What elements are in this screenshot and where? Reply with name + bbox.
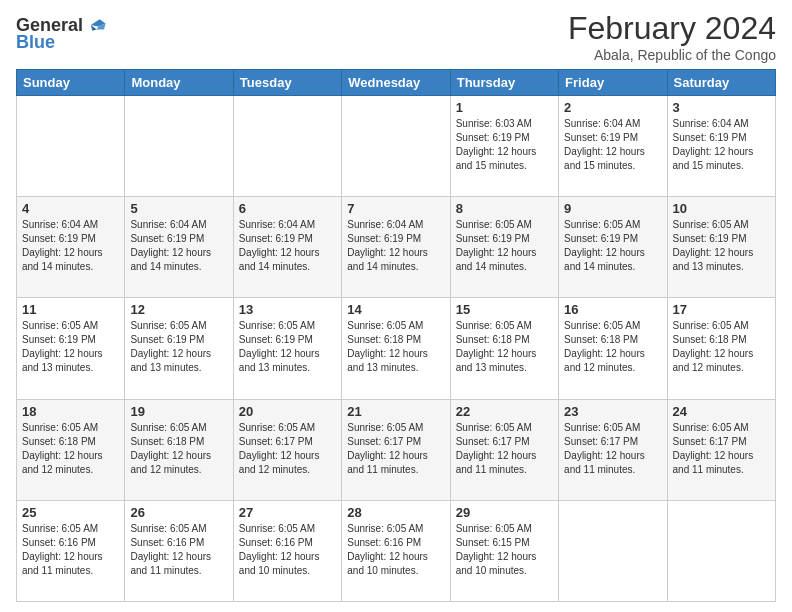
day-number: 26 [130, 505, 227, 520]
table-row: 2Sunrise: 6:04 AM Sunset: 6:19 PM Daylig… [559, 96, 667, 197]
day-number: 25 [22, 505, 119, 520]
table-row: 4Sunrise: 6:04 AM Sunset: 6:19 PM Daylig… [17, 197, 125, 298]
day-info: Sunrise: 6:05 AM Sunset: 6:17 PM Dayligh… [239, 421, 336, 477]
logo-bird-icon [85, 14, 107, 36]
day-info: Sunrise: 6:05 AM Sunset: 6:17 PM Dayligh… [347, 421, 444, 477]
table-row [125, 96, 233, 197]
day-info: Sunrise: 6:05 AM Sunset: 6:16 PM Dayligh… [130, 522, 227, 578]
day-info: Sunrise: 6:04 AM Sunset: 6:19 PM Dayligh… [22, 218, 119, 274]
day-number: 1 [456, 100, 553, 115]
day-info: Sunrise: 6:05 AM Sunset: 6:18 PM Dayligh… [564, 319, 661, 375]
day-number: 27 [239, 505, 336, 520]
table-row: 20Sunrise: 6:05 AM Sunset: 6:17 PM Dayli… [233, 399, 341, 500]
day-info: Sunrise: 6:05 AM Sunset: 6:19 PM Dayligh… [456, 218, 553, 274]
day-number: 11 [22, 302, 119, 317]
day-number: 12 [130, 302, 227, 317]
table-row: 1Sunrise: 6:03 AM Sunset: 6:19 PM Daylig… [450, 96, 558, 197]
calendar-table: Sunday Monday Tuesday Wednesday Thursday… [16, 69, 776, 602]
table-row: 24Sunrise: 6:05 AM Sunset: 6:17 PM Dayli… [667, 399, 775, 500]
calendar-week-row: 18Sunrise: 6:05 AM Sunset: 6:18 PM Dayli… [17, 399, 776, 500]
day-info: Sunrise: 6:05 AM Sunset: 6:15 PM Dayligh… [456, 522, 553, 578]
table-row: 26Sunrise: 6:05 AM Sunset: 6:16 PM Dayli… [125, 500, 233, 601]
day-info: Sunrise: 6:05 AM Sunset: 6:17 PM Dayligh… [673, 421, 770, 477]
day-number: 22 [456, 404, 553, 419]
table-row: 23Sunrise: 6:05 AM Sunset: 6:17 PM Dayli… [559, 399, 667, 500]
day-info: Sunrise: 6:05 AM Sunset: 6:17 PM Dayligh… [456, 421, 553, 477]
col-monday: Monday [125, 70, 233, 96]
day-info: Sunrise: 6:05 AM Sunset: 6:19 PM Dayligh… [130, 319, 227, 375]
day-number: 7 [347, 201, 444, 216]
col-saturday: Saturday [667, 70, 775, 96]
calendar-week-row: 25Sunrise: 6:05 AM Sunset: 6:16 PM Dayli… [17, 500, 776, 601]
day-info: Sunrise: 6:05 AM Sunset: 6:18 PM Dayligh… [130, 421, 227, 477]
day-number: 14 [347, 302, 444, 317]
table-row: 16Sunrise: 6:05 AM Sunset: 6:18 PM Dayli… [559, 298, 667, 399]
day-info: Sunrise: 6:05 AM Sunset: 6:19 PM Dayligh… [564, 218, 661, 274]
table-row: 29Sunrise: 6:05 AM Sunset: 6:15 PM Dayli… [450, 500, 558, 601]
table-row: 11Sunrise: 6:05 AM Sunset: 6:19 PM Dayli… [17, 298, 125, 399]
title-block: February 2024 Abala, Republic of the Con… [568, 10, 776, 63]
day-number: 4 [22, 201, 119, 216]
title-location: Abala, Republic of the Congo [568, 47, 776, 63]
col-wednesday: Wednesday [342, 70, 450, 96]
calendar-week-row: 1Sunrise: 6:03 AM Sunset: 6:19 PM Daylig… [17, 96, 776, 197]
calendar-header-row: Sunday Monday Tuesday Wednesday Thursday… [17, 70, 776, 96]
day-info: Sunrise: 6:05 AM Sunset: 6:19 PM Dayligh… [22, 319, 119, 375]
logo: General Blue [16, 14, 107, 53]
calendar-week-row: 4Sunrise: 6:04 AM Sunset: 6:19 PM Daylig… [17, 197, 776, 298]
col-friday: Friday [559, 70, 667, 96]
day-number: 20 [239, 404, 336, 419]
day-info: Sunrise: 6:05 AM Sunset: 6:16 PM Dayligh… [22, 522, 119, 578]
col-thursday: Thursday [450, 70, 558, 96]
title-month: February 2024 [568, 10, 776, 47]
day-info: Sunrise: 6:05 AM Sunset: 6:18 PM Dayligh… [456, 319, 553, 375]
day-number: 19 [130, 404, 227, 419]
day-number: 6 [239, 201, 336, 216]
page: General Blue February 2024 Abala, Republ… [0, 0, 792, 612]
table-row: 19Sunrise: 6:05 AM Sunset: 6:18 PM Dayli… [125, 399, 233, 500]
day-number: 5 [130, 201, 227, 216]
table-row: 15Sunrise: 6:05 AM Sunset: 6:18 PM Dayli… [450, 298, 558, 399]
table-row: 5Sunrise: 6:04 AM Sunset: 6:19 PM Daylig… [125, 197, 233, 298]
table-row: 18Sunrise: 6:05 AM Sunset: 6:18 PM Dayli… [17, 399, 125, 500]
col-sunday: Sunday [17, 70, 125, 96]
table-row: 25Sunrise: 6:05 AM Sunset: 6:16 PM Dayli… [17, 500, 125, 601]
day-info: Sunrise: 6:05 AM Sunset: 6:18 PM Dayligh… [673, 319, 770, 375]
day-number: 18 [22, 404, 119, 419]
table-row [667, 500, 775, 601]
table-row: 28Sunrise: 6:05 AM Sunset: 6:16 PM Dayli… [342, 500, 450, 601]
table-row: 3Sunrise: 6:04 AM Sunset: 6:19 PM Daylig… [667, 96, 775, 197]
day-number: 29 [456, 505, 553, 520]
table-row: 21Sunrise: 6:05 AM Sunset: 6:17 PM Dayli… [342, 399, 450, 500]
day-info: Sunrise: 6:04 AM Sunset: 6:19 PM Dayligh… [673, 117, 770, 173]
day-number: 3 [673, 100, 770, 115]
table-row [233, 96, 341, 197]
day-info: Sunrise: 6:04 AM Sunset: 6:19 PM Dayligh… [239, 218, 336, 274]
table-row: 13Sunrise: 6:05 AM Sunset: 6:19 PM Dayli… [233, 298, 341, 399]
table-row: 7Sunrise: 6:04 AM Sunset: 6:19 PM Daylig… [342, 197, 450, 298]
day-info: Sunrise: 6:05 AM Sunset: 6:18 PM Dayligh… [347, 319, 444, 375]
day-info: Sunrise: 6:05 AM Sunset: 6:19 PM Dayligh… [673, 218, 770, 274]
table-row: 8Sunrise: 6:05 AM Sunset: 6:19 PM Daylig… [450, 197, 558, 298]
day-number: 16 [564, 302, 661, 317]
day-number: 2 [564, 100, 661, 115]
day-number: 15 [456, 302, 553, 317]
day-number: 28 [347, 505, 444, 520]
day-info: Sunrise: 6:05 AM Sunset: 6:16 PM Dayligh… [239, 522, 336, 578]
day-number: 10 [673, 201, 770, 216]
col-tuesday: Tuesday [233, 70, 341, 96]
day-info: Sunrise: 6:05 AM Sunset: 6:19 PM Dayligh… [239, 319, 336, 375]
table-row [559, 500, 667, 601]
logo-text-blue: Blue [16, 32, 55, 53]
table-row [342, 96, 450, 197]
day-info: Sunrise: 6:04 AM Sunset: 6:19 PM Dayligh… [347, 218, 444, 274]
calendar-week-row: 11Sunrise: 6:05 AM Sunset: 6:19 PM Dayli… [17, 298, 776, 399]
table-row: 9Sunrise: 6:05 AM Sunset: 6:19 PM Daylig… [559, 197, 667, 298]
day-info: Sunrise: 6:04 AM Sunset: 6:19 PM Dayligh… [130, 218, 227, 274]
day-number: 17 [673, 302, 770, 317]
day-info: Sunrise: 6:05 AM Sunset: 6:18 PM Dayligh… [22, 421, 119, 477]
day-info: Sunrise: 6:03 AM Sunset: 6:19 PM Dayligh… [456, 117, 553, 173]
table-row: 12Sunrise: 6:05 AM Sunset: 6:19 PM Dayli… [125, 298, 233, 399]
day-info: Sunrise: 6:05 AM Sunset: 6:17 PM Dayligh… [564, 421, 661, 477]
day-number: 24 [673, 404, 770, 419]
